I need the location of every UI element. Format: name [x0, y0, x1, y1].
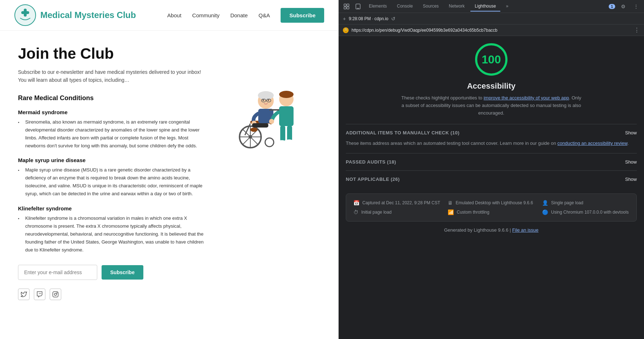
section-title: Rare Medical Conditions — [18, 94, 209, 102]
audit-manual-label: ADDITIONAL ITEMS TO MANUALLY CHECK (10) — [346, 130, 460, 135]
subtitle: Subscribe to our e-newsletter and have m… — [18, 68, 209, 84]
condition-mermaid: Mermaid syndrome Sirenomelia, also known… — [18, 109, 209, 150]
nav-about[interactable]: About — [167, 12, 181, 18]
footer-captured-text: Captured at Dec 11, 2022, 9:28 PM CST — [362, 200, 440, 206]
footer-throttling: 📶 Custom throttling — [448, 209, 535, 215]
nav-links: About Community Donate Q&A Subscribe — [167, 8, 324, 23]
hero-image — [216, 74, 306, 155]
svg-rect-24 — [252, 123, 268, 128]
devtools-timestamp: 9:28:08 PM · cdpn.io — [349, 16, 388, 21]
devtools-url-menu[interactable]: ⋮ — [634, 27, 640, 34]
text-content: Join the Club Subscribe to our e-newslet… — [18, 45, 209, 300]
tab-more[interactable]: » — [502, 1, 513, 12]
tab-elements[interactable]: Elements — [365, 1, 391, 12]
condition-maple-title: Maple syrup urine disease — [18, 157, 209, 163]
manual-body-link[interactable]: conducting an accessibility review — [558, 140, 627, 146]
footer-initial-load-text: Initial page load — [361, 209, 392, 215]
svg-rect-31 — [287, 125, 292, 142]
logo-icon — [14, 4, 36, 26]
tab-sources[interactable]: Sources — [419, 1, 443, 12]
svg-rect-36 — [347, 4, 349, 6]
footer-emulated: 🖥 Emulated Desktop with Lighthouse 9.6.6 — [448, 200, 535, 206]
twitter-icon[interactable] — [18, 289, 30, 300]
svg-point-5 — [57, 293, 57, 293]
social-icons — [18, 289, 209, 300]
audit-passed-label: PASSED AUDITS (18) — [346, 159, 396, 165]
devtools-addressbar: + 9:28:08 PM · cdpn.io ↺ — [339, 13, 644, 24]
footer-chromium-text: Using Chromium 107.0.0.0 with devtools — [551, 209, 629, 215]
devtools-refresh-icon[interactable]: ↺ — [391, 16, 395, 22]
file-issue-link[interactable]: File an issue — [512, 227, 538, 233]
devtools-urlbar: 🔒 https://cdpn.io/pen/debug/VwdOaqp/ee09… — [339, 24, 644, 36]
signal-icon: 📶 — [448, 209, 454, 215]
svg-point-33 — [285, 139, 294, 144]
hero-section: Join the Club Subscribe to our e-newslet… — [18, 45, 306, 300]
more-icon[interactable]: ⋮ — [631, 1, 641, 12]
desktop-icon: 🖥 — [448, 200, 453, 206]
svg-point-32 — [278, 140, 286, 144]
score-number: 100 — [482, 53, 501, 66]
nav-subscribe-button[interactable]: Subscribe — [281, 8, 324, 23]
svg-point-18 — [268, 99, 269, 101]
audit-na-header[interactable]: NOT APPLICABLE (26) Show — [346, 177, 637, 182]
score-link[interactable]: improve the accessibility of your web ap… — [484, 95, 569, 101]
instagram-icon[interactable] — [50, 289, 61, 300]
footer-single-page-text: Single page load — [551, 200, 583, 206]
footer-initial-load: ⏱ Initial page load — [353, 209, 440, 215]
tab-lighthouse[interactable]: Lighthouse — [470, 1, 500, 12]
score-circle: 100 — [475, 43, 507, 76]
audit-passed-header[interactable]: PASSED AUDITS (18) Show — [346, 159, 637, 165]
nav-logo: Medical Mysteries Club — [14, 4, 136, 26]
devtools-back-btn[interactable]: + — [343, 16, 346, 22]
nav-community[interactable]: Community — [192, 12, 220, 18]
calendar-icon: 📅 — [353, 200, 359, 206]
device-icon[interactable] — [353, 1, 363, 12]
nav-qa[interactable]: Q&A — [259, 12, 270, 18]
svg-rect-37 — [344, 7, 346, 9]
audit-na: NOT APPLICABLE (26) Show — [346, 170, 637, 188]
settings-icon[interactable]: ⚙ — [618, 1, 628, 12]
audit-manual-show-btn[interactable]: Show — [625, 130, 637, 135]
svg-point-12 — [265, 138, 274, 147]
chromium-icon: 🔵 — [542, 209, 548, 215]
svg-rect-35 — [344, 4, 346, 6]
twitch-icon[interactable] — [34, 289, 45, 300]
audit-passed: PASSED AUDITS (18) Show — [346, 153, 637, 170]
svg-point-17 — [263, 99, 264, 101]
condition-maple: Maple syrup urine disease Maple syrup ur… — [18, 157, 209, 198]
audit-manual-header[interactable]: ADDITIONAL ITEMS TO MANUALLY CHECK (10) … — [346, 130, 637, 135]
svg-point-29 — [269, 119, 274, 124]
condition-klinefelter: Klinefelter syndrome Klinefelter syndrom… — [18, 205, 209, 254]
manual-body-end: . — [627, 140, 629, 146]
audit-passed-show-btn[interactable]: Show — [625, 159, 637, 165]
score-section: 100 Accessibility These checks highlight… — [346, 43, 637, 117]
page-title: Join the Club — [18, 45, 209, 62]
tab-console[interactable]: Console — [393, 1, 417, 12]
tab-network[interactable]: Network — [444, 1, 469, 12]
svg-point-27 — [279, 91, 294, 98]
score-desc-pre: These checks highlight opportunities to — [401, 95, 483, 101]
tab-counter: 1 — [609, 4, 615, 9]
navbar: Medical Mysteries Club About Community D… — [0, 0, 339, 31]
footer-throttling-text: Custom throttling — [457, 209, 489, 215]
footer-chromium: 🔵 Using Chromium 107.0.0.0 with devtools — [542, 209, 629, 215]
condition-mermaid-desc: Sirenomelia, also known as mermaid syndr… — [18, 118, 209, 150]
svg-point-16 — [258, 91, 274, 100]
audit-na-show-btn[interactable]: Show — [625, 177, 637, 182]
lighthouse-footer: 📅 Captured at Dec 11, 2022, 9:28 PM CST … — [346, 193, 637, 222]
lighthouse-content: 100 Accessibility These checks highlight… — [339, 36, 644, 339]
timer-icon: ⏱ — [353, 209, 358, 215]
audit-manual-check: ADDITIONAL ITEMS TO MANUALLY CHECK (10) … — [346, 124, 637, 153]
nav-donate[interactable]: Donate — [230, 12, 247, 18]
inspect-icon[interactable] — [341, 1, 352, 12]
footer-emulated-text: Emulated Desktop with Lighthouse 9.6.6 — [456, 200, 533, 206]
email-input[interactable] — [18, 265, 97, 280]
condition-maple-desc: Maple syrup urine disease (MSUD) is a ra… — [18, 166, 209, 198]
manual-body-text: These items address areas which an autom… — [346, 140, 558, 146]
generated-by: Generated by Lighthouse 9.6.6 | File an … — [346, 227, 637, 238]
svg-rect-3 — [53, 292, 58, 297]
svg-point-25 — [250, 128, 258, 132]
svg-rect-38 — [347, 7, 349, 9]
email-subscribe-button[interactable]: Subscribe — [102, 265, 143, 280]
svg-point-4 — [54, 293, 57, 295]
